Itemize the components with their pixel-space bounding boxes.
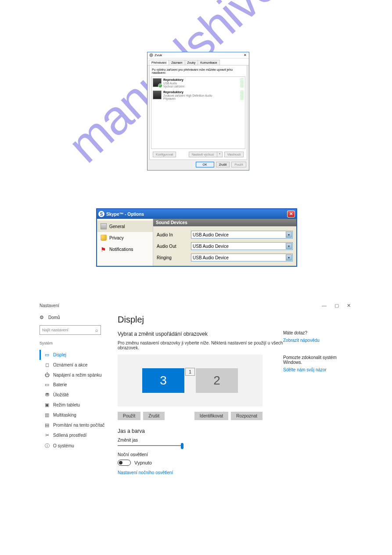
sidebar-label: Privacy (109, 236, 124, 240)
configure-button[interactable]: Konfigurovat (153, 152, 176, 157)
night-light-settings-link[interactable]: Nastavení nočního osvětlení (118, 470, 283, 475)
display-icon: ▭ (44, 352, 50, 358)
ringing-label: Ringing (157, 255, 191, 260)
feedback-link[interactable]: Sdělte nám svůj názor (283, 367, 353, 372)
settings-help-panel: Máte dotaz? Zobrazit nápovědu Pomozte zd… (283, 312, 353, 475)
monitor-1[interactable]: 1 (185, 368, 195, 376)
brightness-header: Jas a barva (118, 428, 283, 434)
nav-promitani[interactable]: ▤Promítání na tento počítač (40, 420, 105, 430)
nav-label: O systému (53, 443, 74, 448)
chevron-down-icon[interactable]: ▼ (286, 254, 292, 261)
skype-sidebar: General Privacy Notifications (97, 219, 153, 266)
maximize-icon[interactable]: ▢ (334, 303, 339, 308)
multitasking-icon: ▥ (44, 412, 50, 418)
sound-titlebar: Zvuk ✕ (147, 52, 249, 58)
nav-label: Promítání na tento počítač (53, 423, 104, 428)
chevron-down-icon[interactable]: ▼ (286, 232, 292, 238)
home-row[interactable]: Domů (40, 315, 105, 320)
select-value: USB Audio Device (193, 255, 229, 260)
search-icon (95, 327, 98, 333)
monitor-2[interactable]: 2 (196, 368, 238, 393)
monitor-arrangement[interactable]: 3 1 2 (118, 355, 263, 406)
settings-sidebar: Domů Najít nastavení Systém ▭Displej ◻Oz… (40, 312, 105, 475)
select-value: USB Audio Device (193, 244, 229, 249)
night-light-toggle[interactable]: Vypnuto (118, 460, 283, 466)
chevron-down-icon[interactable]: ▼ (286, 243, 292, 249)
page-title: Displej (118, 315, 283, 325)
toggle-switch[interactable] (118, 460, 131, 466)
sound-form: Audio In USB Audio Device ▼ Audio Out US… (153, 226, 296, 266)
nav-label: Oznámení a akce (53, 363, 87, 367)
ok-button[interactable]: OK (196, 162, 214, 167)
cancel-button[interactable]: Zrušit (143, 412, 165, 420)
cancel-button[interactable]: Zrušit (216, 162, 230, 167)
sound-tabs: Přehrávání Záznam Zvuky Komunikace (147, 58, 249, 65)
brightness-slider[interactable] (118, 445, 183, 446)
apply-button[interactable]: Použít (231, 162, 246, 167)
nav-oznameni[interactable]: ◻Oznámení a akce (40, 360, 105, 370)
audio-out-label: Audio Out (157, 244, 191, 249)
device-item[interactable]: Reproduktory USB Audio Výchozí zařízení (153, 78, 244, 88)
settings-columns: Domů Najít nastavení Systém ▭Displej ◻Oz… (40, 312, 353, 475)
help-question: Máte dotaz? (283, 330, 353, 335)
speaker-device-icon (153, 91, 162, 99)
chevron-down-icon[interactable]: ▾ (217, 152, 223, 157)
nav-napajeni[interactable]: ⏻Napájení a režim spánku (40, 370, 105, 380)
level-meter-icon (240, 78, 244, 88)
skype-logo-icon: S (98, 211, 104, 217)
audio-in-select[interactable]: USB Audio Device ▼ (191, 231, 293, 239)
set-default-split-button[interactable]: Nastavit výchozí ▾ (189, 152, 223, 157)
nav-displej[interactable]: ▭Displej (40, 350, 105, 360)
skype-titlebar: S Skype™ - Options ✕ (97, 209, 296, 219)
skype-main: Sound Devices Audio In USB Audio Device … (153, 219, 296, 266)
search-input[interactable]: Najít nastavení (40, 325, 101, 335)
tab-comm[interactable]: Komunikace (198, 60, 220, 65)
close-icon[interactable]: ✕ (347, 303, 351, 308)
nav-label: Multitasking (53, 413, 76, 417)
device-status: Výchozí zařízení (163, 85, 238, 88)
minimize-icon[interactable]: — (322, 303, 327, 308)
nav-osystemu[interactable]: ⓘO systému (40, 440, 105, 451)
monitor-3[interactable]: 3 (142, 368, 184, 393)
sidebar-item-privacy[interactable]: Privacy (97, 232, 153, 243)
apply-button[interactable]: Použít (118, 412, 140, 420)
close-icon[interactable]: ✕ (287, 210, 295, 218)
ringing-select[interactable]: USB Audio Device ▼ (191, 254, 293, 261)
skype-title: Skype™ - Options (106, 212, 285, 217)
tab-sounds[interactable]: Zvuky (185, 60, 198, 65)
sound-title: Zvuk (155, 53, 243, 57)
identify-button[interactable]: Identifikovat (194, 412, 228, 420)
nav-baterie[interactable]: ▭Baterie (40, 380, 105, 390)
nav-uloziste[interactable]: ⛃Úložiště (40, 390, 105, 400)
detect-button[interactable]: Rozpoznat (231, 412, 263, 420)
help-link[interactable]: Zobrazit nápovědu (283, 338, 353, 343)
audio-out-select[interactable]: USB Audio Device ▼ (191, 242, 293, 250)
set-default-button[interactable]: Nastavit výchozí (189, 152, 217, 157)
category-label: Systém (40, 341, 105, 345)
tab-playback[interactable]: Přehrávání (149, 60, 169, 65)
close-icon[interactable]: ✕ (243, 53, 247, 57)
ringing-row: Ringing USB Audio Device ▼ (157, 252, 293, 263)
sidebar-item-general[interactable]: General (97, 221, 153, 232)
monitor-buttons: Použít Zrušit Identifikovat Rozpoznat (118, 412, 263, 420)
battery-icon: ▭ (44, 382, 50, 388)
home-label: Domů (48, 315, 60, 320)
nav-sdilena[interactable]: ✂Sdílená prostředí (40, 430, 105, 440)
device-desc: USB Audio (163, 82, 238, 85)
general-icon (101, 223, 107, 229)
properties-button[interactable]: Vlastnosti (224, 152, 244, 157)
notification-icon: ◻ (44, 362, 50, 368)
sidebar-item-notifications[interactable]: Notifications (97, 243, 153, 255)
tablet-icon: ▣ (44, 402, 50, 408)
power-icon: ⏻ (44, 372, 50, 377)
section-header: Sound Devices (153, 219, 296, 226)
nav-tablet[interactable]: ▣Režim tabletu (40, 400, 105, 410)
slider-thumb[interactable] (181, 443, 183, 449)
device-desc: Zvukové zařízení High Definition Audio (163, 94, 238, 97)
device-name: Reproduktory (163, 78, 238, 82)
device-item[interactable]: Reproduktory Zvukové zařízení High Defin… (153, 91, 244, 100)
sound-button-row: Konfigurovat Nastavit výchozí ▾ Vlastnos… (151, 149, 245, 158)
settings-main: Displej Vybrat a změnit uspořádání obraz… (105, 312, 283, 475)
tab-record[interactable]: Záznam (169, 60, 185, 65)
nav-multitasking[interactable]: ▥Multitasking (40, 410, 105, 420)
